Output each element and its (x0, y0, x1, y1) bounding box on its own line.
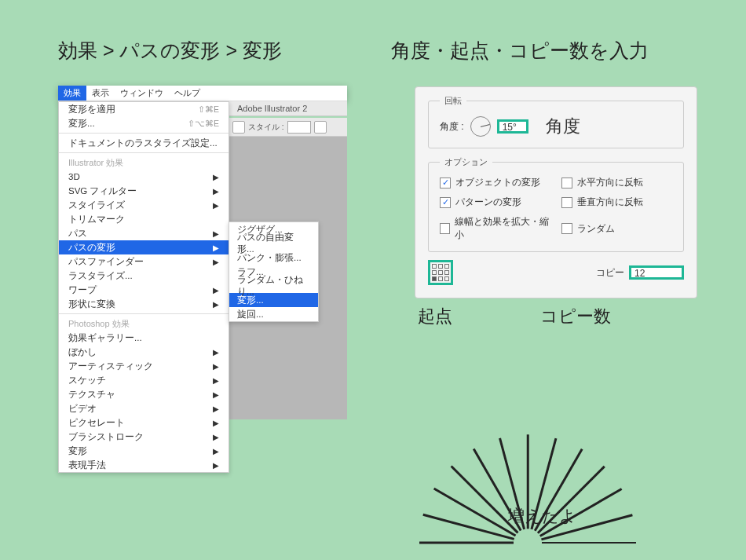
style-select[interactable] (287, 121, 311, 134)
checkbox-icon (440, 197, 451, 208)
submenu-arrow-icon: ▶ (213, 419, 219, 427)
submenu-arrow-icon: ▶ (213, 348, 219, 357)
label: ドキュメントのラスタライズ設定... (68, 137, 218, 149)
menu-warp[interactable]: ワープ▶ (59, 283, 229, 297)
chk-transform-object[interactable]: オブジェクトの変形 (440, 176, 550, 189)
checkbox-icon (561, 178, 572, 188)
menu-path-distort[interactable]: パスの変形▶ (59, 240, 229, 254)
submenu-arrow-icon: ▶ (213, 362, 219, 371)
menubar-item-view[interactable]: 表示 (86, 86, 115, 101)
menu-texture[interactable]: テクスチャ▶ (59, 387, 229, 401)
origin-picker[interactable] (428, 260, 453, 285)
menu-blur[interactable]: ぼかし▶ (59, 345, 229, 359)
menubar-item-window[interactable]: ウィンドウ (115, 86, 169, 101)
submenu-arrow-icon: ▶ (213, 286, 219, 295)
label: パスの変形 (68, 242, 115, 254)
menu-panel: 効果 表示 ウィンドウ ヘルプ Adobe Illustrator 2 スタイル… (58, 86, 347, 101)
menu-apply-transform[interactable]: 変形を適用 ⇧⌘E (59, 102, 229, 116)
label: ビデオ (68, 403, 97, 415)
label: 変形... (68, 118, 95, 130)
menu-rasterize[interactable]: ラスタライズ... (59, 269, 229, 283)
submenu-arrow-icon: ▶ (213, 390, 219, 399)
label: 線幅と効果を拡大・縮小 (455, 215, 550, 242)
menu-svg-filter[interactable]: SVG フィルター▶ (59, 184, 229, 198)
label: 変形を適用 (68, 104, 115, 115)
menu-distort2[interactable]: 変形▶ (59, 444, 229, 458)
label: アーティスティック (68, 361, 153, 372)
shortcut: ⇧⌘E (198, 104, 219, 114)
chk-reflect-h[interactable]: 水平方向に反転 (561, 176, 672, 189)
rotation-legend: 回転 (440, 95, 466, 107)
label: 表現手法 (68, 459, 106, 471)
menu-gallery[interactable]: 効果ギャラリー... (59, 331, 229, 345)
submenu-twist[interactable]: ランダム・ひねり... (229, 279, 318, 293)
label: 水平方向に反転 (577, 176, 643, 189)
label: スタイライズ (68, 199, 125, 211)
label: 形状に変換 (68, 298, 115, 310)
menu-trim-marks[interactable]: トリムマーク (59, 212, 229, 226)
annotation-copies: コピー数 (540, 305, 611, 328)
menu-sketch[interactable]: スケッチ▶ (59, 373, 229, 387)
submenu-arrow-icon: ▶ (213, 187, 219, 196)
menu-convert-shape[interactable]: 形状に変換▶ (59, 297, 229, 311)
rotation-group: 回転 角度 : 15° 角度 (428, 95, 684, 148)
submenu-arrow-icon: ▶ (213, 258, 219, 266)
label: 効果ギャラリー... (68, 332, 142, 344)
transform-dialog: 回転 角度 : 15° 角度 オプション オブジェクトの変形 水平方向に反転 パ… (415, 86, 697, 298)
label: ぼかし (68, 346, 97, 358)
angle-annotation: 角度 (546, 115, 580, 138)
ray (527, 434, 529, 529)
chk-transform-pattern[interactable]: パターンの変形 (440, 196, 550, 209)
submenu-arrow-icon: ▶ (213, 229, 219, 238)
menu-artistic2[interactable]: 表現手法▶ (59, 458, 229, 472)
options-legend: オプション (440, 156, 492, 168)
menu-rasterize-settings[interactable]: ドキュメントのラスタライズ設定... (59, 136, 229, 150)
checkbox-icon (561, 223, 572, 234)
annotation-origin: 起点 (418, 305, 452, 328)
effects-dropdown: 変形を適用 ⇧⌘E 変形... ⇧⌥⌘E ドキュメントのラスタライズ設定... … (58, 101, 229, 473)
secondary-toolbar: スタイル : (229, 118, 347, 137)
angle-input[interactable]: 15° (497, 119, 528, 134)
checkbox-icon (561, 197, 572, 208)
label: スケッチ (68, 375, 106, 386)
submenu-arrow-icon: ▶ (213, 300, 219, 309)
chk-random[interactable]: ランダム (561, 215, 672, 242)
chk-scale-stroke[interactable]: 線幅と効果を拡大・縮小 (440, 215, 550, 242)
app-titlebar: Adobe Illustrator 2 (229, 101, 347, 116)
submenu-arrow-icon: ▶ (213, 404, 219, 413)
menubar-item-help[interactable]: ヘルプ (169, 86, 206, 101)
menu-transform[interactable]: 変形... ⇧⌥⌘E (59, 116, 229, 130)
tool-button-b[interactable] (314, 121, 327, 134)
menu-pixelate[interactable]: ピクセレート▶ (59, 415, 229, 430)
menu-stylize[interactable]: スタイライズ▶ (59, 198, 229, 212)
menu-brush[interactable]: ブラシストローク▶ (59, 430, 229, 444)
label: テクスチャ (68, 389, 115, 401)
submenu-arrow-icon: ▶ (213, 243, 219, 252)
copy-input[interactable]: 12 (629, 265, 684, 280)
tool-button-a[interactable] (232, 121, 245, 134)
menu-3d[interactable]: 3D▶ (59, 170, 229, 184)
checkbox-icon (440, 178, 451, 188)
menu-header-photoshop: Photoshop 効果 (59, 317, 229, 331)
menu-artistic[interactable]: アーティスティック▶ (59, 359, 229, 373)
submenu-rotate[interactable]: 旋回... (229, 307, 318, 321)
submenu-arrow-icon: ▶ (213, 433, 219, 441)
ray (542, 542, 636, 544)
submenu-free[interactable]: パスの自由変形... (229, 236, 318, 251)
copy-label: コピー (596, 266, 624, 280)
separator (59, 133, 229, 134)
chk-reflect-v[interactable]: 垂直方向に反転 (561, 196, 672, 209)
label: パス (68, 228, 87, 240)
menu-pathfinder[interactable]: パスファインダー▶ (59, 254, 229, 269)
label: SVG フィルター (68, 185, 137, 197)
label: ランダム (577, 222, 615, 236)
menubar-item-effect[interactable]: 効果 (58, 86, 86, 101)
angle-dial[interactable] (470, 116, 491, 137)
submenu-arrow-icon: ▶ (213, 173, 219, 181)
submenu-arrow-icon: ▶ (213, 376, 219, 385)
menu-header-illustrator: Illustrator 効果 (59, 156, 229, 170)
separator (59, 313, 229, 314)
menu-path[interactable]: パス▶ (59, 226, 229, 240)
path-distort-submenu: ジグザグ... パスの自由変形... パンク・膨張... ラフ... ランダム・… (229, 221, 319, 322)
menu-video[interactable]: ビデオ▶ (59, 401, 229, 415)
